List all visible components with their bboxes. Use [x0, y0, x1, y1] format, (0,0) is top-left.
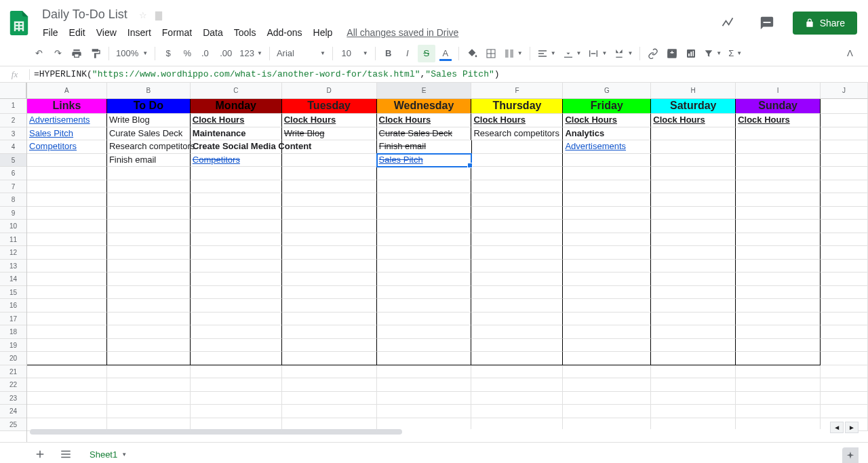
cell-D11[interactable]	[282, 233, 377, 247]
cell-G16[interactable]	[563, 299, 651, 313]
format-select[interactable]: 123▼	[237, 47, 265, 60]
menu-tools[interactable]: Tools	[229, 24, 261, 41]
row-head-7[interactable]: 7	[0, 180, 26, 194]
cell-C21[interactable]	[191, 365, 282, 379]
font-size-select[interactable]: 10▼	[337, 47, 371, 60]
cell-A2[interactable]: Advertisements	[27, 114, 107, 127]
cell-A8[interactable]	[27, 193, 107, 207]
cell-F17[interactable]	[471, 313, 563, 326]
cell-C20[interactable]	[191, 352, 282, 365]
print-button[interactable]	[68, 45, 85, 62]
cell-A3[interactable]: Sales Pitch	[27, 127, 107, 141]
menu-help[interactable]: Help	[309, 24, 338, 41]
cell-B23[interactable]	[107, 392, 191, 405]
row-head-18[interactable]: 18	[0, 325, 26, 339]
row-head-16[interactable]: 16	[0, 299, 26, 313]
select-all-corner[interactable]	[0, 83, 26, 99]
col-head-E[interactable]: E	[377, 83, 472, 99]
row-head-23[interactable]: 23	[0, 392, 26, 405]
cell-A6[interactable]	[27, 167, 107, 180]
cell-H7[interactable]	[651, 180, 736, 194]
font-select[interactable]: Arial▼	[274, 47, 328, 60]
cell-B19[interactable]	[107, 339, 191, 353]
cell-H13[interactable]	[651, 260, 736, 273]
cell-C3[interactable]: Maintenance	[191, 127, 282, 141]
cell-G21[interactable]	[563, 365, 651, 379]
formula-input[interactable]: =HYPERLINK("https://www.wordhippo.com/wh…	[30, 68, 868, 81]
cell-F23[interactable]	[471, 392, 563, 405]
row-head-25[interactable]: 25	[0, 418, 26, 432]
cell-F6[interactable]	[471, 167, 563, 180]
cell-B14[interactable]	[107, 273, 191, 286]
cell-J6[interactable]	[821, 167, 868, 180]
cell-I2[interactable]: Clock Hours	[736, 114, 821, 127]
cell-E4[interactable]: Finish email	[377, 140, 472, 154]
cell-G13[interactable]	[563, 260, 651, 273]
row-head-20[interactable]: 20	[0, 352, 26, 365]
cell-J1[interactable]	[821, 99, 868, 114]
cell-D9[interactable]	[282, 207, 377, 220]
cell-E3[interactable]: Curate Sales Deck	[377, 127, 472, 141]
cell-H19[interactable]	[651, 339, 736, 353]
cell-F19[interactable]	[471, 339, 563, 353]
cell-G6[interactable]	[563, 167, 651, 180]
cell-C2[interactable]: Clock Hours	[191, 114, 282, 127]
cell-G8[interactable]	[563, 193, 651, 207]
cell-B1[interactable]: To Do	[107, 99, 191, 114]
cell-A11[interactable]	[27, 233, 107, 247]
cell-B20[interactable]	[107, 352, 191, 365]
cell-H11[interactable]	[651, 233, 736, 247]
cell-J2[interactable]	[821, 114, 868, 127]
increase-decimal-button[interactable]: .00	[216, 45, 235, 62]
cell-C12[interactable]	[191, 246, 282, 260]
italic-button[interactable]: I	[399, 45, 416, 62]
cell-D4[interactable]	[282, 140, 377, 154]
col-head-H[interactable]: H	[651, 83, 736, 99]
cell-C4[interactable]: Create Social Media Content	[191, 140, 282, 154]
cell-B15[interactable]	[107, 286, 191, 300]
cell-D23[interactable]	[282, 392, 377, 405]
cell-F22[interactable]	[471, 378, 563, 392]
menu-view[interactable]: View	[92, 24, 121, 41]
row-head-1[interactable]: 1	[0, 99, 26, 114]
cell-F2[interactable]: Clock Hours	[471, 114, 563, 127]
col-head-B[interactable]: B	[107, 83, 191, 99]
cell-I10[interactable]	[736, 220, 821, 233]
cell-E10[interactable]	[377, 220, 472, 233]
add-sheet-button[interactable]	[30, 444, 50, 463]
cell-I22[interactable]	[736, 378, 821, 392]
cell-G24[interactable]	[563, 405, 651, 418]
cell-D15[interactable]	[282, 286, 377, 300]
cell-F7[interactable]	[471, 180, 563, 194]
cell-E2[interactable]: Clock Hours	[377, 114, 472, 127]
cell-B13[interactable]	[107, 260, 191, 273]
cell-I3[interactable]	[736, 127, 821, 141]
cell-G18[interactable]	[563, 325, 651, 339]
cell-A13[interactable]	[27, 260, 107, 273]
cell-J22[interactable]	[821, 378, 868, 392]
cell-H24[interactable]	[651, 405, 736, 418]
cell-A4[interactable]: Competitors	[27, 140, 107, 154]
row-head-22[interactable]: 22	[0, 378, 26, 392]
fill-color-button[interactable]	[463, 45, 481, 62]
cell-G2[interactable]: Clock Hours	[563, 114, 651, 127]
row-head-4[interactable]: 4	[0, 140, 26, 154]
cell-C14[interactable]	[191, 273, 282, 286]
cell-F4[interactable]	[472, 140, 564, 154]
cell-E16[interactable]	[377, 299, 472, 313]
cell-F9[interactable]	[471, 207, 563, 220]
cell-I1[interactable]: Sunday	[736, 99, 821, 114]
cell-E8[interactable]	[377, 193, 472, 207]
cell-B18[interactable]	[107, 325, 191, 339]
cell-A18[interactable]	[27, 325, 107, 339]
cell-H9[interactable]	[651, 207, 736, 220]
cell-J20[interactable]	[821, 352, 868, 365]
cell-F8[interactable]	[471, 193, 563, 207]
paint-format-button[interactable]	[87, 45, 104, 62]
cell-A21[interactable]	[27, 365, 107, 379]
cell-H10[interactable]	[651, 220, 736, 233]
cell-B11[interactable]	[107, 233, 191, 247]
cell-J18[interactable]	[821, 325, 868, 339]
cell-H22[interactable]	[651, 378, 736, 392]
cell-I13[interactable]	[736, 260, 821, 273]
